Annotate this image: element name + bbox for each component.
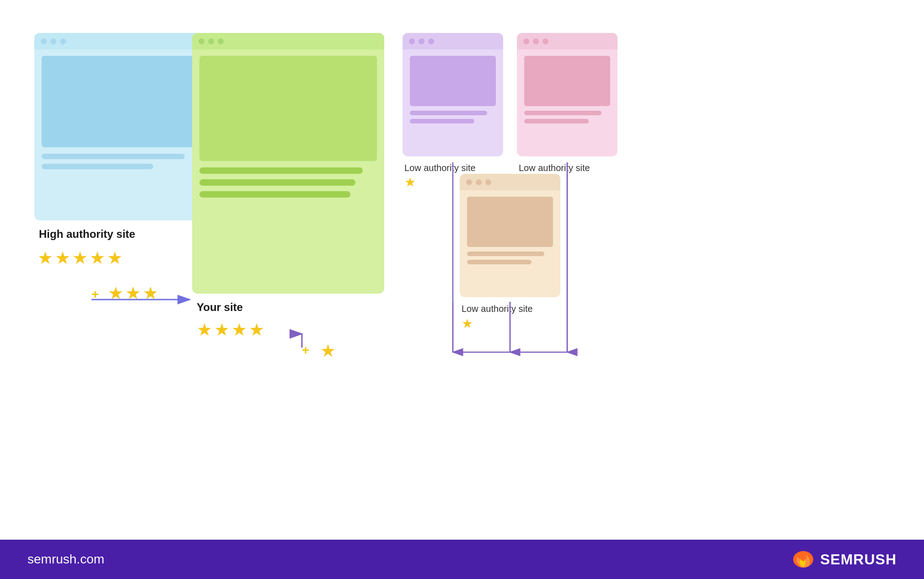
star-3: ★ — [72, 249, 88, 267]
low-authority-3-browser — [460, 174, 560, 297]
transfer-star-low-to-your: ★ — [320, 342, 336, 359]
high-authority-line-2 — [42, 164, 153, 169]
low3-dot-3 — [485, 179, 491, 185]
semrush-logo: SEMRUSH — [792, 550, 897, 568]
low2-label: Low authority site — [519, 163, 590, 173]
footer-bar: semrush.com SEMRUSH — [0, 540, 924, 579]
low3-stars: ★ — [462, 317, 473, 330]
low1-dot-3 — [428, 38, 434, 44]
main-content: High authority site ★ ★ ★ ★ ★ Your site … — [0, 0, 924, 540]
plus-sign-high-to-your: + — [91, 287, 99, 302]
browser-body-your — [192, 49, 384, 209]
low1-line-2 — [410, 119, 474, 123]
low-authority-1-browser — [403, 33, 503, 156]
your-star-4: ★ — [249, 321, 264, 338]
footer-url: semrush.com — [27, 552, 104, 567]
low3-line-1 — [467, 252, 544, 256]
your-site-label: Your site — [197, 301, 243, 314]
your-site-stars: ★ ★ ★ ★ — [197, 321, 264, 338]
your-star-1: ★ — [197, 321, 212, 338]
low3-line-2 — [467, 260, 532, 264]
browser-body-high — [34, 49, 208, 180]
your-dot-3 — [218, 38, 224, 44]
low3-star-1: ★ — [462, 317, 473, 330]
browser-body-low3 — [460, 190, 560, 274]
low3-dot-2 — [476, 179, 482, 185]
high-authority-browser — [34, 33, 208, 220]
low1-dot-1 — [409, 38, 415, 44]
semrush-flame-icon — [792, 550, 815, 568]
your-site-line-2 — [199, 179, 355, 186]
your-star-3: ★ — [231, 321, 247, 338]
low2-dot-3 — [543, 38, 548, 44]
low1-line-1 — [410, 111, 487, 115]
low1-image — [410, 56, 496, 106]
transfer-star-3: ★ — [143, 284, 158, 302]
transfer-stars-high-to-your: ★ ★ ★ — [108, 284, 158, 302]
browser-titlebar-your — [192, 33, 384, 49]
transfer-star-1: ★ — [108, 284, 124, 302]
transfer-star-2: ★ — [125, 284, 141, 302]
high-authority-label: High authority site — [39, 228, 135, 241]
browser-titlebar-low3 — [460, 174, 560, 190]
low3-dot-1 — [466, 179, 472, 185]
low1-stars: ★ — [404, 176, 416, 189]
browser-titlebar-low1 — [403, 33, 503, 49]
your-site-line-1 — [199, 167, 363, 174]
browser-dot-2 — [50, 38, 56, 44]
browser-dot-1 — [41, 38, 47, 44]
your-site-line-3 — [199, 191, 350, 198]
star-4: ★ — [90, 249, 105, 267]
low1-label: Low authority site — [404, 163, 476, 173]
transfer-star-small-1: ★ — [320, 342, 336, 359]
low3-image — [467, 197, 553, 247]
low2-line-1 — [524, 111, 602, 115]
high-authority-line-1 — [42, 154, 185, 159]
browser-body-low2 — [517, 49, 618, 134]
high-authority-image — [42, 56, 201, 147]
low1-dot-2 — [419, 38, 424, 44]
your-site-browser — [192, 33, 384, 294]
low2-image — [524, 56, 610, 106]
plus-sign-low-to-your: + — [302, 343, 309, 358]
low2-line-2 — [524, 119, 589, 123]
high-authority-stars: ★ ★ ★ ★ ★ — [38, 249, 123, 267]
low2-dot-1 — [523, 38, 529, 44]
low-authority-2-browser — [517, 33, 618, 156]
semrush-brand-name: SEMRUSH — [820, 551, 897, 568]
browser-body-low1 — [403, 49, 503, 134]
your-star-2: ★ — [214, 321, 230, 338]
browser-titlebar-high — [34, 33, 208, 49]
your-dot-1 — [199, 38, 204, 44]
low3-label: Low authority site — [462, 304, 533, 314]
star-1: ★ — [38, 249, 53, 267]
browser-titlebar-low2 — [517, 33, 618, 49]
star-5: ★ — [107, 249, 123, 267]
browser-dot-3 — [60, 38, 66, 44]
star-2: ★ — [55, 249, 70, 267]
your-site-image — [199, 56, 377, 161]
low1-star-1: ★ — [404, 176, 416, 189]
low2-dot-2 — [533, 38, 539, 44]
your-dot-2 — [208, 38, 214, 44]
